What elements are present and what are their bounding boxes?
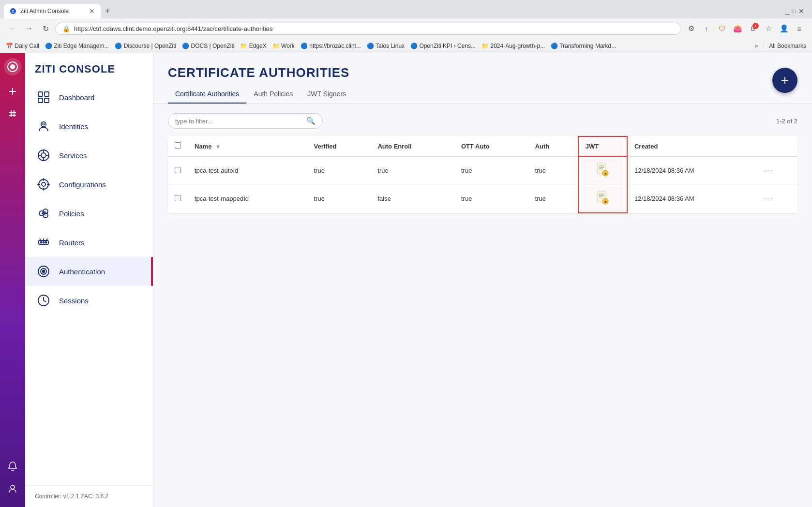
sidebar-label-services: Services	[59, 151, 87, 160]
svg-text:★: ★	[604, 172, 607, 176]
rail-logo	[4, 58, 21, 75]
bookmark-discourse[interactable]: 🔵 Discourse | OpenZiti	[115, 43, 176, 49]
minimize-icon[interactable]: ⎯	[785, 7, 789, 15]
close-window-icon[interactable]: ✕	[798, 7, 804, 15]
row1-checkbox	[168, 156, 188, 185]
sidebar-item-configurations[interactable]: Configurations	[25, 170, 153, 199]
authentication-icon	[35, 263, 52, 280]
brave-rewards-icon[interactable]: B 1	[746, 22, 760, 35]
nav-sidebar: ZITI CONSOLE Dashboard Identities	[25, 53, 153, 507]
row2-verified: true	[307, 185, 371, 213]
bookmark-transforming[interactable]: 🔵 Transforming Markd...	[551, 43, 616, 49]
main-header: Certificate Authorities	[153, 53, 812, 85]
sidebar-logo-text: ZITI CONSOLE	[35, 63, 143, 75]
add-button[interactable]: +	[772, 68, 797, 93]
svg-rect-14	[45, 98, 49, 103]
bookmark-icon[interactable]: ☆	[762, 22, 775, 35]
select-all-checkbox[interactable]	[175, 142, 181, 149]
tab-auth-policies[interactable]: Auth Policies	[246, 85, 300, 104]
row1-actions[interactable]: ···	[757, 156, 797, 185]
sidebar-item-dashboard[interactable]: Dashboard	[25, 83, 153, 112]
sidebar-item-routers[interactable]: Routers	[25, 228, 153, 257]
bookmark-daily-call[interactable]: 📅 Daily Call	[6, 43, 39, 49]
sidebar-item-authentication[interactable]: Authentication	[25, 257, 153, 286]
row2-checkbox	[168, 185, 188, 213]
row2-actions-button[interactable]: ···	[764, 194, 773, 203]
table-header: Name ▼ Verified Auto Enroll OTT Auto Aut…	[168, 136, 797, 156]
maximize-icon[interactable]: □	[792, 8, 796, 15]
menu-icon[interactable]: ≡	[793, 22, 806, 35]
svg-point-41	[43, 270, 45, 273]
bookmark-work[interactable]: 📁 Work	[272, 43, 295, 49]
row1-ott-auto: true	[454, 156, 528, 185]
row2-created: 12/18/2024 08:36 AM	[627, 185, 757, 213]
sidebar-footer: Controller: v1.2.1 ZAC: 3.6.2	[25, 485, 153, 507]
sidebar-item-policies[interactable]: Policies	[25, 199, 153, 228]
svg-point-35	[45, 242, 47, 243]
identities-icon	[35, 118, 52, 135]
tab-certificate-authorities[interactable]: Certificate Authorities	[168, 85, 246, 104]
back-button[interactable]: ←	[6, 22, 19, 35]
lock-icon: 🔒	[62, 25, 70, 32]
forward-button[interactable]: →	[22, 22, 36, 35]
header-ott-auto: OTT Auto	[454, 136, 528, 156]
rail-hash-button[interactable]	[4, 105, 21, 122]
url-input[interactable]	[74, 25, 674, 32]
search-button[interactable]: 🔍	[306, 117, 316, 125]
row1-select-checkbox[interactable]	[175, 167, 181, 173]
rail-add-button[interactable]	[4, 83, 21, 100]
bookmark-openziti-kpi[interactable]: 🔵 OpenZiti KPI › Cens...	[410, 43, 476, 49]
filter-input-wrap[interactable]: 🔍	[168, 113, 323, 129]
bookmark-brozac[interactable]: 🔵 https://brozac.clint...	[301, 43, 361, 49]
row2-actions[interactable]: ···	[757, 185, 797, 213]
reload-button[interactable]: ↻	[39, 22, 52, 35]
brave-wallet-icon[interactable]: 👛	[731, 22, 744, 35]
new-tab-button[interactable]: +	[101, 4, 114, 18]
sidebar-item-services[interactable]: Services	[25, 141, 153, 170]
app-container: ZITI CONSOLE Dashboard Identities	[0, 53, 812, 507]
configurations-icon	[35, 176, 52, 193]
rail-notification-button[interactable]	[4, 458, 21, 475]
share-icon[interactable]: ↑	[700, 22, 713, 35]
rail-bottom	[4, 458, 21, 502]
brave-shield-icon[interactable]: 🛡	[715, 22, 729, 35]
address-bar[interactable]: 🔒	[55, 23, 681, 35]
close-tab-icon[interactable]: ✕	[89, 7, 95, 15]
bookmark-edgex[interactable]: 📁 EdgeX	[240, 43, 266, 49]
row1-actions-button[interactable]: ···	[764, 166, 773, 175]
row2-auth: true	[528, 185, 578, 213]
extensions-icon[interactable]: ⚙	[684, 22, 698, 35]
table-row: tpca-test-autoId true true true true	[168, 156, 797, 185]
tab-jwt-signers[interactable]: JWT Signers	[300, 85, 353, 104]
bookmark-talos[interactable]: 🔵 Talos Linux	[367, 43, 405, 49]
row2-jwt[interactable]: ★	[578, 185, 627, 213]
bookmark-ziti-edge[interactable]: 🔵 Ziti Edge Managem...	[45, 43, 109, 49]
svg-point-10	[11, 485, 15, 489]
svg-text:★: ★	[604, 200, 607, 204]
bookmark-growth[interactable]: 📁 2024-Aug-growth-p...	[481, 43, 545, 49]
filter-input[interactable]	[175, 118, 302, 125]
svg-point-20	[41, 153, 46, 158]
bookmark-docs[interactable]: 🔵 DOCS | OpenZiti	[182, 43, 234, 49]
header-name[interactable]: Name ▼	[188, 136, 307, 156]
sidebar-item-identities[interactable]: Identities	[25, 112, 153, 141]
sidebar-label-identities: Identities	[59, 122, 88, 131]
profile-icon[interactable]: 👤	[777, 22, 791, 35]
sidebar-item-sessions[interactable]: Sessions	[25, 286, 153, 315]
sessions-icon	[35, 292, 52, 309]
row2-ott-auto: true	[454, 185, 528, 213]
more-bookmarks-button[interactable]: »	[755, 43, 758, 49]
rail-user-button[interactable]	[4, 480, 21, 497]
data-table: Name ▼ Verified Auto Enroll OTT Auto Aut…	[168, 136, 797, 213]
sidebar-label-routers: Routers	[59, 239, 85, 247]
tab-title: Ziti Admin Console	[20, 8, 85, 15]
icon-rail	[0, 53, 25, 507]
row1-jwt[interactable]: ★	[578, 156, 627, 185]
browser-window: Z Ziti Admin Console ✕ + ⎯ □ ✕ ← → ↻ 🔒 ⚙…	[0, 0, 812, 507]
row1-auto-enroll: true	[371, 156, 454, 185]
row2-select-checkbox[interactable]	[175, 195, 181, 201]
all-bookmarks-button[interactable]: All Bookmarks	[764, 43, 806, 49]
browser-tab-active[interactable]: Z Ziti Admin Console ✕	[4, 4, 101, 18]
policies-icon	[35, 205, 52, 222]
row1-created: 12/18/2024 08:36 AM	[627, 156, 757, 185]
